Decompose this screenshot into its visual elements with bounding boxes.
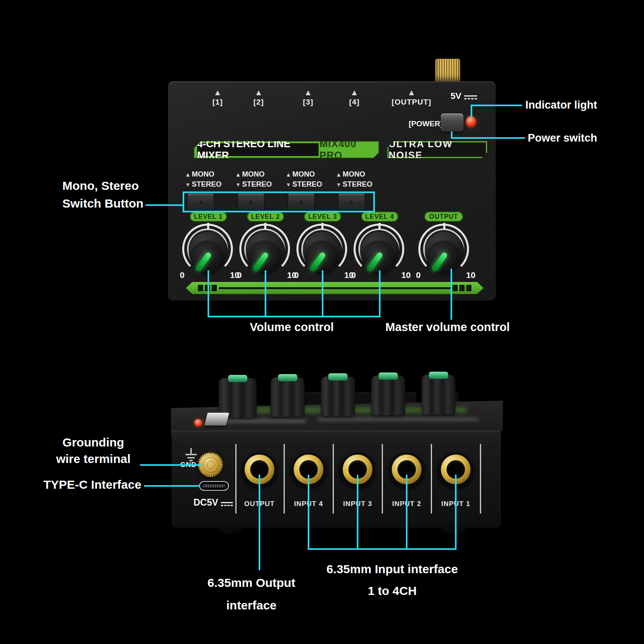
volume-bracket-hline: [208, 316, 381, 317]
mixer-front-panel: ▲ [1] ▲ [2] ▲ [3] ▲ [4] ▲ [OUTPUT] 5V [P…: [168, 81, 496, 300]
input-callout-line2: 1 to 4CH: [320, 584, 465, 598]
arrow-up-icon: ▲: [235, 88, 283, 97]
channel-label: [OUTPUT]: [387, 98, 436, 107]
rear-knob-2: [271, 377, 305, 417]
grounding-terminal: [198, 452, 223, 477]
power-voltage-label: 5V: [451, 91, 477, 101]
knob-green-cap-icon: [228, 375, 247, 382]
product-annotation-image: ▲ [1] ▲ [2] ▲ [3] ▲ [4] ▲ [OUTPUT] 5V [P…: [0, 0, 644, 644]
grounding-leader-hline: [140, 464, 201, 466]
arrow-up-icon: ▲: [235, 171, 241, 178]
grounding-terminal-top-icon: [435, 59, 460, 82]
arrow-up-icon: ▲: [336, 171, 342, 178]
banner-title: 4-CH STEREO LINE MIXER: [197, 143, 319, 156]
output-callout-line1: 6.35mm Output: [203, 576, 300, 590]
input-callout-line1: 6.35mm Input interface: [320, 562, 465, 576]
power-leader-hline: [451, 137, 525, 139]
arrow-up-icon: ▲: [286, 171, 291, 178]
mono-stereo-label-3: ▲MONO ▼STEREO: [286, 170, 332, 190]
arrow-down-icon: ▼: [286, 181, 291, 188]
output-level-label: OUTPUT: [424, 212, 463, 222]
master-volume-callout: Master volume control: [385, 321, 510, 334]
power-switch-callout: Power switch: [528, 132, 597, 144]
product-banner: 4-CH STEREO LINE MIXER MIX400 PRO: [194, 141, 379, 158]
volume-leader-4: [379, 270, 381, 317]
rear-knob-1: [219, 378, 257, 418]
knob-green-cap-icon: [278, 374, 297, 381]
mono-stereo-label-1: ▲MONO ▼STEREO: [185, 170, 231, 190]
level-1-label: LEVEL 1: [190, 212, 227, 222]
channel-label: [3]: [284, 98, 332, 107]
mono-stereo-callout-line1: Mono, Stereo: [62, 179, 139, 193]
level-3-label: LEVEL 3: [304, 212, 341, 222]
rear-knob-5: [422, 375, 455, 414]
grounding-callout-line2: wire terminal: [45, 452, 142, 466]
knob-green-cap-icon: [328, 373, 348, 381]
power-switch-button: [441, 113, 463, 132]
rear-knob-3: [321, 377, 355, 416]
channel-marker-3: ▲ [3]: [284, 88, 332, 107]
typec-callout: TYPE-C Interface: [43, 478, 141, 492]
mono-stereo-leader-hline: [146, 204, 183, 206]
arrow-up-icon: ▲: [185, 171, 191, 178]
channel-marker-2: ▲ [2]: [235, 88, 283, 107]
grounding-callout-line1: Grounding: [45, 436, 142, 449]
arrow-down-icon: ▼: [336, 181, 342, 188]
input-leader-1: [308, 475, 309, 550]
knob-green-cap-icon: [379, 372, 398, 380]
output-leader-vline: [259, 475, 260, 570]
device-foot: [441, 525, 466, 533]
mono-stereo-label-4: ▲MONO ▼STEREO: [336, 170, 382, 190]
volume-leader-1: [208, 270, 209, 317]
indicator-led: [466, 116, 476, 127]
input-bracket-hline: [308, 548, 457, 550]
channel-label: [2]: [235, 98, 283, 107]
volume-leader-3: [322, 270, 323, 317]
arrow-up-icon: ▲: [284, 88, 332, 97]
arrow-up-icon: ▲: [330, 88, 379, 97]
mono-stereo-callout-line2: Switch Button: [62, 197, 144, 210]
input-leader-3: [406, 475, 407, 550]
mono-stereo-label-2: ▲MONO ▼STEREO: [235, 170, 282, 190]
dc5v-label: DC5V: [193, 497, 233, 508]
level-4-label: LEVEL 4: [361, 212, 398, 222]
indicator-leader-hline: [471, 105, 522, 106]
channel-marker-4: ▲ [4]: [330, 88, 379, 107]
indicator-leader-vline: [471, 105, 472, 117]
rear-knob-4: [371, 376, 405, 415]
output-callout-line2: interface: [203, 599, 300, 612]
indicator-light-callout: Indicator light: [525, 99, 597, 111]
device-foot: [218, 525, 242, 533]
type-c-port: [199, 481, 229, 491]
input-leader-2: [357, 475, 358, 550]
input-leader-4: [455, 475, 457, 550]
volume-leader-2: [265, 270, 266, 317]
level-2-label: LEVEL 2: [247, 212, 284, 222]
blurred-panel-print: [225, 419, 306, 423]
channel-label: [4]: [330, 98, 379, 107]
arrow-down-icon: ▼: [185, 181, 191, 188]
arrow-down-icon: ▼: [235, 181, 241, 188]
blurred-panel-print: [318, 418, 479, 421]
power-text-label: [POWER]: [409, 119, 442, 128]
volume-control-callout: Volume control: [250, 321, 334, 334]
master-volume-leader: [451, 269, 452, 320]
dc-symbol-icon: [464, 95, 477, 99]
typec-leader-hline: [144, 485, 200, 487]
channel-marker-output: ▲ [OUTPUT]: [387, 88, 436, 107]
green-level-bar: [186, 282, 484, 294]
arrow-up-icon: ▲: [387, 88, 436, 97]
banner-model: MIX400 PRO: [319, 143, 377, 156]
noise-banner: ULTRA LOW NOISE: [387, 141, 487, 158]
master-output-knob: 010: [418, 223, 471, 280]
knob-green-cap-icon: [429, 372, 448, 379]
rear-power-slider: [204, 413, 229, 426]
mono-stereo-highlight-box: [183, 191, 375, 212]
rear-indicator-led: [194, 419, 202, 426]
